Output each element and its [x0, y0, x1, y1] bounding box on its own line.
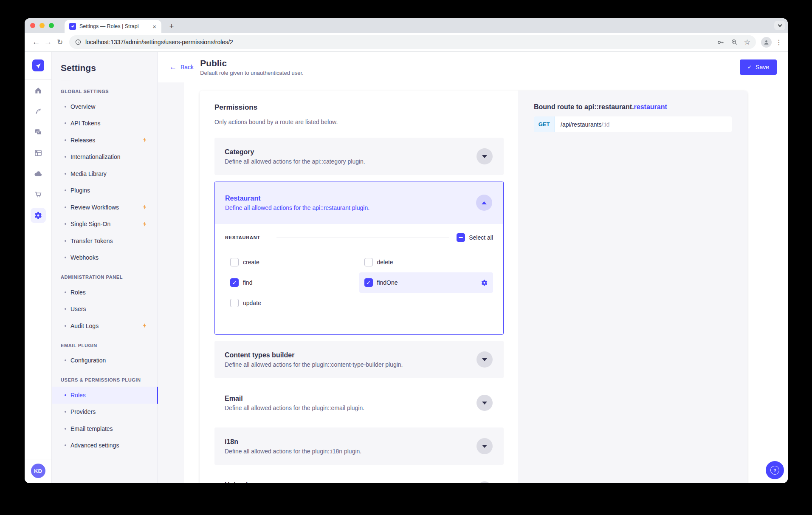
- bullet-icon: [65, 325, 66, 327]
- sidebar-item-review-workflows[interactable]: Review Workflows: [52, 199, 158, 216]
- sidebar-item-media-library[interactable]: Media Library: [52, 165, 158, 182]
- sidebar-item-providers[interactable]: Providers: [52, 404, 158, 421]
- sidebar-item-roles[interactable]: Roles: [52, 284, 158, 301]
- sidebar-item-roles[interactable]: Roles: [52, 387, 158, 404]
- sidebar-item-transfer-tokens[interactable]: Transfer Tokens: [52, 232, 158, 249]
- route-row: GET /api/restaurants/:id: [534, 116, 732, 132]
- sidebar-item-email-templates[interactable]: Email templates: [52, 420, 158, 437]
- checkbox-delete[interactable]: [364, 258, 373, 266]
- sidebar-item-label: Users: [70, 306, 86, 312]
- bullet-icon: [65, 291, 66, 293]
- rail-content-type-builder-icon[interactable]: [25, 142, 52, 163]
- expand-chevron-button[interactable]: [476, 438, 493, 454]
- checkbox-find[interactable]: ✓: [230, 278, 239, 287]
- bookmark-star-icon[interactable]: ☆: [744, 39, 750, 46]
- bullet-icon: [65, 394, 66, 396]
- user-avatar[interactable]: KD: [31, 464, 45, 478]
- accordion-title: i18n: [225, 438, 361, 446]
- sidebar-item-advanced-settings[interactable]: Advanced settings: [52, 437, 158, 454]
- divider: [25, 459, 52, 459]
- close-window-button[interactable]: [30, 23, 35, 28]
- sidebar-item-label: Roles: [70, 289, 86, 296]
- sidebar-item-label: Roles: [70, 392, 86, 399]
- browser-window: Settings — Roles | Strapi × + ← → ↻ loca…: [25, 18, 788, 483]
- close-tab-icon[interactable]: ×: [151, 23, 158, 30]
- sidebar-item-releases[interactable]: Releases: [52, 132, 158, 149]
- expand-chevron-button[interactable]: [476, 395, 493, 411]
- accordion-description: Define all allowed actions for the plugi…: [225, 361, 403, 368]
- sidebar-item-internationalization[interactable]: Internationalization: [52, 149, 158, 166]
- permissions-title: Permissions: [214, 103, 504, 112]
- accordion-header-upload[interactable]: Upload: [214, 471, 504, 483]
- url-bar[interactable]: localhost:1337/admin/settings/users-perm…: [69, 35, 756, 49]
- browser-forward-button[interactable]: →: [42, 37, 54, 47]
- checkbox-create[interactable]: [230, 258, 239, 266]
- back-link[interactable]: ← Back: [169, 63, 194, 71]
- expand-chevron-button[interactable]: [476, 351, 493, 368]
- accordion-content-types-builder: Content types builderDefine all allowed …: [214, 341, 504, 378]
- sidebar-item-label: Releases: [70, 137, 95, 144]
- permission-find[interactable]: ✓find: [225, 272, 359, 293]
- rail-content-manager-icon[interactable]: [25, 101, 52, 122]
- accordion-header-email[interactable]: EmailDefine all allowed actions for the …: [214, 384, 504, 422]
- browser-menu-icon[interactable]: ⋮: [775, 38, 782, 46]
- strapi-logo-icon[interactable]: [32, 59, 44, 71]
- browser-reload-button[interactable]: ↻: [54, 38, 66, 47]
- accordion-title: Restaurant: [225, 195, 369, 202]
- rail-media-library-icon[interactable]: [25, 122, 52, 142]
- rail-home-icon[interactable]: [25, 80, 52, 101]
- route-panel: Bound route to api::restaurant.restauran…: [518, 91, 747, 483]
- strapi-favicon-icon: [69, 23, 76, 30]
- accordion-header-category[interactable]: CategoryDefine all allowed actions for t…: [214, 138, 504, 175]
- sidebar-item-label: Internationalization: [70, 153, 121, 160]
- accordion-header-restaurant[interactable]: RestaurantDefine all allowed actions for…: [215, 181, 503, 224]
- site-info-icon[interactable]: [75, 39, 82, 45]
- zoom-icon[interactable]: [730, 38, 738, 46]
- back-arrow-icon: ←: [169, 63, 177, 71]
- password-key-icon[interactable]: [716, 38, 725, 46]
- minimize-window-button[interactable]: [39, 23, 45, 28]
- permission-create[interactable]: create: [225, 252, 359, 272]
- route-panel-title: Bound route to api::restaurant.restauran…: [534, 103, 732, 111]
- sidebar-item-overview[interactable]: Overview: [52, 98, 158, 115]
- accordion-description: Define all allowed actions for the plugi…: [225, 448, 361, 455]
- permissions-subtitle: Only actions bound by a route are listed…: [214, 119, 504, 125]
- maximize-window-button[interactable]: [49, 23, 54, 28]
- sidebar-item-label: Configuration: [70, 357, 106, 364]
- collapse-chevron-button[interactable]: [476, 195, 492, 211]
- bullet-icon: [65, 428, 66, 430]
- sidebar-item-api-tokens[interactable]: API Tokens: [52, 115, 158, 132]
- sidebar-item-users[interactable]: Users: [52, 301, 158, 318]
- accordion-header-i18n[interactable]: i18nDefine all allowed actions for the p…: [214, 427, 504, 465]
- tab-search-button[interactable]: [774, 21, 785, 30]
- settings-cog-icon[interactable]: [481, 279, 488, 286]
- checkbox-update[interactable]: [230, 299, 239, 307]
- checkbox-findone[interactable]: ✓: [364, 278, 373, 287]
- browser-tab[interactable]: Settings — Roles | Strapi ×: [65, 20, 161, 33]
- help-button[interactable]: ?: [766, 461, 784, 479]
- expand-chevron-button[interactable]: [476, 481, 493, 483]
- permission-update[interactable]: update: [225, 293, 359, 313]
- sidebar-item-single-sign-on[interactable]: Single Sign-On: [52, 216, 158, 233]
- browser-profile-avatar[interactable]: [761, 37, 772, 48]
- browser-back-button[interactable]: ←: [30, 37, 42, 47]
- rail-cloud-icon[interactable]: [25, 163, 52, 184]
- expand-chevron-button[interactable]: [476, 148, 493, 164]
- select-all-checkbox[interactable]: [457, 233, 465, 242]
- sidebar-item-plugins[interactable]: Plugins: [52, 182, 158, 199]
- rail-marketplace-icon[interactable]: [25, 184, 52, 205]
- sidebar-item-audit-logs[interactable]: Audit Logs: [52, 317, 158, 334]
- sidebar-item-configuration[interactable]: Configuration: [52, 352, 158, 369]
- chevron-down-icon: [778, 23, 782, 27]
- select-all-label: Select all: [469, 234, 493, 241]
- accordion-header-content-types-builder[interactable]: Content types builderDefine all allowed …: [214, 341, 504, 378]
- sidebar-item-webhooks[interactable]: Webhooks: [52, 249, 158, 266]
- save-button[interactable]: ✓ Save: [740, 59, 777, 75]
- rail-settings-item[interactable]: [25, 205, 52, 226]
- permission-delete[interactable]: delete: [359, 252, 493, 272]
- settings-sidebar: Settings GLOBAL SETTINGSOverviewAPI Toke…: [52, 52, 158, 483]
- new-tab-button[interactable]: +: [166, 22, 177, 32]
- permission-findone[interactable]: ✓findOne: [359, 272, 493, 293]
- sidebar-item-label: Single Sign-On: [70, 221, 110, 227]
- triangle-up-icon: [482, 201, 487, 204]
